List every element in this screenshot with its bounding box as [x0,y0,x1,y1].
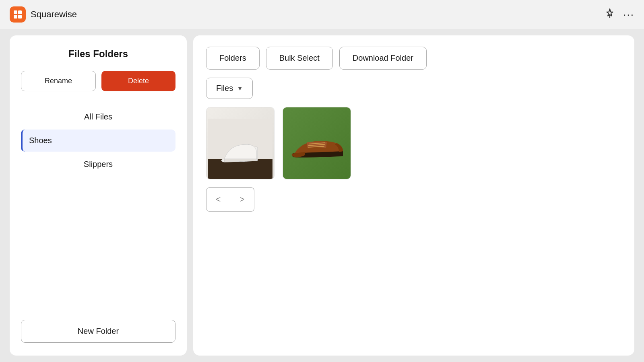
download-folder-button[interactable]: Download Folder [339,47,427,70]
delete-button[interactable]: Delete [101,71,175,91]
main-layout: Files Folders Rename Delete All Files Sh… [0,29,644,362]
bulk-select-button[interactable]: Bulk Select [266,47,333,70]
pin-icon[interactable] [605,8,615,21]
sidebar-title: Files Folders [21,48,175,60]
topbar-right: ··· [605,8,634,21]
heels-image [206,107,274,179]
content-toolbar: Folders Bulk Select Download Folder [206,47,621,70]
content-area: Folders Bulk Select Download Folder File… [193,35,634,356]
pagination: < > [206,187,254,212]
rename-button[interactable]: Rename [21,71,96,91]
svg-rect-2 [14,15,17,19]
chevron-down-icon: ▼ [237,85,243,92]
files-dropdown-label: Files [216,84,233,93]
file-card-heels[interactable] [206,107,275,179]
svg-rect-0 [14,10,17,14]
sidebar-item-all-files[interactable]: All Files [21,106,175,128]
sidebar-actions: Rename Delete [21,71,175,91]
sidebar-item-shoes[interactable]: Shoes [21,130,175,152]
sidebar-item-slippers[interactable]: Slippers [21,153,175,175]
sidebar-footer: New Folder [21,320,175,343]
file-card-oxford[interactable] [283,107,351,179]
oxford-image [283,107,351,179]
more-options-icon[interactable]: ··· [623,8,634,21]
next-page-button[interactable]: > [230,187,254,212]
svg-rect-5 [208,159,272,179]
files-dropdown[interactable]: Files ▼ [206,78,253,99]
files-grid [206,107,621,179]
app-logo [10,6,26,23]
topbar: Squarewise ··· [0,0,644,29]
svg-rect-1 [18,10,22,14]
sidebar: Files Folders Rename Delete All Files Sh… [10,35,187,356]
prev-page-button[interactable]: < [206,187,230,212]
new-folder-button[interactable]: New Folder [21,320,175,343]
folders-button[interactable]: Folders [206,47,260,70]
app-title: Squarewise [31,9,77,20]
svg-rect-3 [18,15,22,19]
topbar-left: Squarewise [10,6,77,23]
sidebar-nav: All Files Shoes Slippers [21,106,175,312]
